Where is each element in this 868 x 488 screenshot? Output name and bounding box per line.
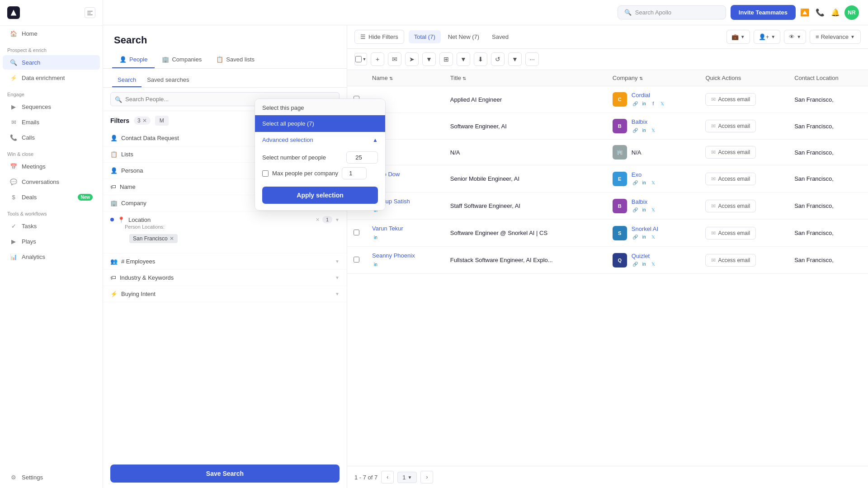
send-row-button[interactable]: ➤: [405, 52, 419, 66]
filter-item-lists[interactable]: 📋 Lists: [103, 146, 347, 163]
checkbox-dropdown-icon[interactable]: ▼: [363, 57, 367, 61]
linkedin-icon[interactable]: in: [372, 179, 379, 187]
linkedin-icon[interactable]: in: [372, 206, 379, 214]
sidebar-item-plays[interactable]: ▶ Plays: [3, 234, 100, 249]
subtab-search[interactable]: Search: [112, 73, 142, 87]
link-icon[interactable]: 🔗: [632, 100, 639, 107]
twitter-icon[interactable]: 𝕏: [650, 127, 657, 134]
filter-item-contact-data[interactable]: 👤 Contact Data Request: [103, 130, 347, 146]
download-button[interactable]: ⬇: [474, 52, 487, 66]
col-title[interactable]: Title ⇅: [444, 70, 606, 86]
filter-adjust-button[interactable]: ⊞: [439, 52, 453, 66]
settings-row-button[interactable]: ▼: [457, 52, 470, 66]
access-email-button[interactable]: ✉ Access email: [705, 254, 756, 267]
filter-item-name[interactable]: 🏷 Name: [103, 179, 347, 195]
twitter-icon[interactable]: 𝕏: [650, 261, 657, 268]
global-search[interactable]: 🔍 Search Apollo: [618, 5, 726, 19]
linkedin-company-icon[interactable]: in: [641, 234, 648, 241]
linkedin-icon[interactable]: in: [372, 234, 379, 241]
more-dropdown-icon[interactable]: ▼: [422, 52, 436, 66]
twitter-icon[interactable]: 𝕏: [650, 234, 657, 241]
select-all-checkbox[interactable]: [355, 56, 362, 62]
tab-companies[interactable]: 🏢 Companies: [155, 52, 209, 68]
save-search-button[interactable]: Save Search: [110, 465, 340, 483]
phone-icon-top[interactable]: 📞: [816, 8, 825, 17]
sidebar-item-sequences[interactable]: ▶ Sequences: [3, 99, 100, 114]
sidebar-item-search[interactable]: 🔍 Search: [3, 55, 100, 70]
result-tab-total[interactable]: Total (7): [409, 30, 441, 43]
company-name[interactable]: Snorkel AI: [632, 225, 658, 232]
subtab-saved-searches[interactable]: Saved searches: [142, 73, 194, 87]
select-all-checkbox-button[interactable]: ▼: [354, 53, 367, 66]
hide-filters-button[interactable]: ☰ Hide Filters: [354, 30, 404, 44]
company-name[interactable]: Cordial: [632, 92, 666, 99]
link-icon[interactable]: 🔗: [632, 206, 639, 214]
search-people-input[interactable]: [110, 92, 340, 106]
twitter-icon[interactable]: 𝕏: [650, 206, 657, 214]
linkedin-company-icon[interactable]: in: [641, 261, 648, 268]
col-company[interactable]: Company ⇅: [606, 70, 699, 86]
more-filters-button[interactable]: M: [155, 116, 169, 126]
pagination-page-input[interactable]: 1 ▼: [397, 472, 417, 483]
row-checkbox[interactable]: [354, 202, 359, 208]
access-email-button[interactable]: ✉ Access email: [705, 93, 756, 106]
linkedin-company-icon[interactable]: in: [641, 100, 648, 107]
location-tag-sf[interactable]: San Francisco ✕: [129, 234, 178, 243]
clear-location-icon[interactable]: ✕: [316, 217, 320, 223]
sidebar-item-home[interactable]: 🏠 Home: [3, 26, 100, 41]
sidebar-item-calls[interactable]: 📞 Calls: [3, 130, 100, 145]
row-checkbox[interactable]: [354, 230, 359, 235]
person-name[interactable]: Varun Tekur: [372, 225, 438, 232]
linkedin-company-icon[interactable]: in: [641, 179, 648, 187]
pagination-next-button[interactable]: ›: [420, 471, 433, 483]
sidebar-item-settings[interactable]: ⚙ Settings: [3, 470, 100, 484]
access-email-button[interactable]: ✉ Access email: [705, 120, 756, 132]
facebook-icon[interactable]: f: [650, 100, 657, 107]
twitter-icon[interactable]: 𝕏: [650, 179, 657, 187]
sidebar-item-conversations[interactable]: 💬 Conversations: [3, 174, 100, 189]
linkedin-company-icon[interactable]: in: [641, 127, 648, 134]
linkedin-company-icon[interactable]: in: [641, 206, 648, 214]
sidebar-item-data-enrichment[interactable]: ⚡ Data enrichment: [3, 70, 100, 85]
person-name[interactable]: Swarup Satish: [372, 198, 438, 205]
filter-item-location[interactable]: 📍 Location ✕ 1 ▼ Person Locations:: [103, 211, 347, 253]
row-checkbox[interactable]: [354, 175, 359, 181]
filter-item-employees[interactable]: 👥 # Employees ▼: [103, 253, 347, 270]
link-icon[interactable]: 🔗: [632, 261, 639, 268]
add-to-list-button[interactable]: 💼 ▼: [726, 30, 750, 44]
add-row-button[interactable]: +: [371, 52, 384, 66]
access-email-button[interactable]: ✉ Access email: [705, 173, 756, 185]
remove-location-tag-icon[interactable]: ✕: [170, 235, 174, 242]
twitter-icon[interactable]: 𝕏: [659, 100, 666, 107]
company-name[interactable]: Balbix: [632, 198, 657, 205]
link-icon[interactable]: 🔗: [632, 127, 639, 134]
sidebar-item-tasks[interactable]: ✓ Tasks: [3, 219, 100, 233]
result-tab-saved[interactable]: Saved: [486, 30, 514, 43]
access-email-button[interactable]: ✉ Access email: [705, 200, 756, 212]
avatar[interactable]: NR: [844, 5, 859, 20]
row-checkbox[interactable]: [354, 257, 359, 263]
linkedin-icon[interactable]: in: [372, 261, 379, 268]
row-checkbox[interactable]: [354, 96, 359, 102]
row-checkbox[interactable]: [354, 149, 359, 155]
company-name[interactable]: Exo: [632, 171, 657, 178]
access-email-button[interactable]: ✉ Access email: [705, 146, 756, 159]
pagination-prev-button[interactable]: ‹: [381, 471, 394, 483]
more-options-button[interactable]: ···: [525, 52, 539, 66]
filter-item-buying[interactable]: ⚡ Buying Intent ▼: [103, 286, 347, 302]
email-row-button[interactable]: ✉: [388, 52, 401, 66]
pagination-page-number[interactable]: 1: [402, 474, 406, 481]
filter-item-company[interactable]: 🏢 Company ▼: [103, 195, 347, 211]
company-name[interactable]: Balbix: [632, 118, 657, 125]
sidebar-item-deals[interactable]: $ Deals New: [3, 190, 100, 204]
upload-icon[interactable]: 🔼: [800, 8, 809, 17]
relevance-button[interactable]: ≡ Relevance ▼: [810, 30, 861, 44]
refresh-button[interactable]: ↺: [491, 52, 505, 66]
eye-button[interactable]: 👁 ▼: [784, 30, 806, 44]
pagination-chevron[interactable]: ▼: [408, 475, 412, 480]
result-tab-net-new[interactable]: Net New (7): [443, 30, 485, 43]
filter-item-industry[interactable]: 🏷 Industry & Keywords ▼: [103, 270, 347, 286]
sidebar-item-meetings[interactable]: 📅 Meetings: [3, 159, 100, 174]
tab-people[interactable]: 👤 People: [112, 52, 155, 68]
row-checkbox[interactable]: [354, 122, 359, 128]
